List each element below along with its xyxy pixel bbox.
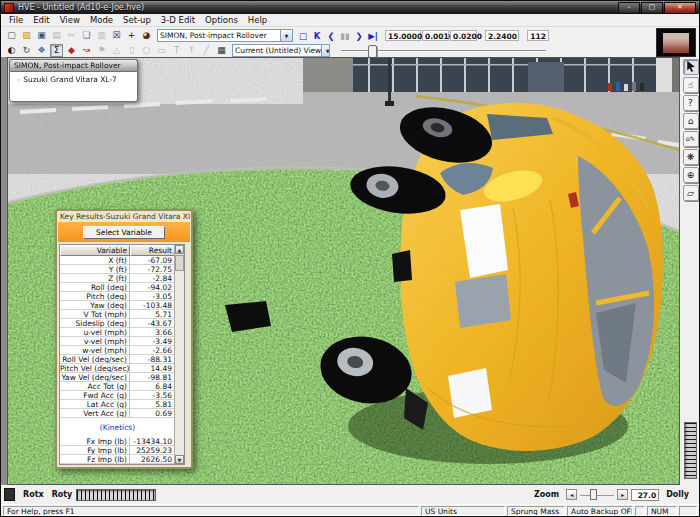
table-row[interactable]: v-vel (mph)-3.49 [60, 337, 184, 346]
menu-view[interactable]: View [55, 15, 85, 25]
step-forward-icon[interactable]: ❯ [352, 31, 366, 41]
delete-event-icon[interactable]: ☒ [110, 29, 123, 42]
minimize-button[interactable]: – [618, 2, 640, 14]
chevron-down-icon[interactable]: ▼ [321, 45, 330, 56]
seek-icon[interactable]: ⊕ [683, 167, 699, 183]
view-combo[interactable]: Current (Untitled) View ▼ [232, 44, 330, 57]
copy-icon[interactable]: ❏ [80, 29, 93, 42]
result-cell: -94.02 [130, 283, 175, 292]
menu-file[interactable]: File [4, 15, 28, 25]
rotx-label: Rotx [23, 490, 44, 499]
step-back-icon[interactable]: ❮ [324, 31, 338, 41]
zoom-slider-thumb[interactable] [590, 489, 597, 500]
zoom-slider[interactable] [580, 489, 614, 500]
table-row[interactable]: u-vel (mph)3.66 [60, 328, 184, 337]
close-button[interactable]: ✕ [664, 2, 696, 14]
table-row[interactable]: Fy Imp (lb)25259.23 [60, 446, 184, 455]
menu-mode[interactable]: Mode [85, 15, 118, 25]
viewing-hand-icon[interactable]: ☝ [683, 77, 699, 93]
result-cell: 14.49 [130, 364, 175, 373]
key-results-icon[interactable]: Σ [50, 44, 63, 57]
zoom-increase-button[interactable]: ▸ [617, 489, 628, 500]
menu-edit[interactable]: Edit [28, 15, 54, 25]
scroll-down-icon[interactable]: ▼ [175, 455, 184, 464]
table-row[interactable]: Fwd Acc (g)-3.56 [60, 391, 184, 400]
scrollbar-thumb[interactable] [175, 255, 184, 271]
window-title: HVE - Untitled (Ad10-e-Joe.hve) [18, 3, 144, 12]
add-event-icon[interactable]: + [125, 29, 138, 42]
scroll-up-icon[interactable]: ▲ [175, 245, 184, 254]
home-icon[interactable]: ⌂ [683, 113, 699, 129]
table-row[interactable]: Yaw Vel (deg/sec)-98.81 [60, 373, 184, 382]
table-row[interactable]: Y (ft)-72.75 [60, 265, 184, 274]
preview-image [663, 33, 689, 53]
go-first-icon[interactable]: K [310, 31, 324, 41]
preview-thumbnail[interactable] [656, 28, 696, 57]
dolly-thumbwheel[interactable] [684, 422, 697, 479]
table-row[interactable]: Sideslip (deg)-43.67 [60, 319, 184, 328]
chevron-down-icon[interactable]: ▼ [280, 30, 292, 41]
contrast-icon[interactable]: ◐ [5, 44, 18, 57]
open-icon[interactable]: ▨ [20, 29, 33, 42]
table-row[interactable]: Yaw (deg)-103.48 [60, 301, 184, 310]
tree-item-vehicle[interactable]: – Suzuki Grand Vitara XL-7 [17, 75, 117, 84]
rotate-view-icon[interactable]: ↻ [20, 44, 33, 57]
target-path-icon[interactable]: ↝ [80, 44, 93, 57]
results-scrollbar[interactable]: ▲ ▼ [174, 245, 184, 464]
measure-line-icon: ╱ [200, 44, 213, 57]
col-header-result[interactable]: Result [130, 245, 175, 256]
table-row[interactable]: Acc Tot (g)6.84 [60, 382, 184, 391]
maximize-button[interactable]: ▢ [641, 2, 663, 14]
zoom-decrease-button[interactable]: ◂ [566, 489, 577, 500]
table-row[interactable]: V Tot (mph)5.71 [60, 310, 184, 319]
save-icon[interactable]: ▣ [35, 29, 48, 42]
variable-cell: v-vel (mph) [60, 337, 130, 346]
velocity-vector-icon[interactable]: ◆ [65, 44, 78, 57]
menu-set-up[interactable]: Set-up [118, 15, 156, 25]
table-row[interactable]: Roll Vel (deg/sec)-88.31 [60, 355, 184, 364]
menu-options[interactable]: Options [200, 15, 243, 25]
set-home-icon[interactable]: ⌂✎ [683, 131, 699, 147]
view-all-icon[interactable]: ❋ [683, 149, 699, 165]
table-row[interactable]: Vert Acc (g)0.69 [60, 409, 184, 418]
table-row[interactable]: X (ft)-67.09 [60, 256, 184, 265]
new-icon[interactable]: ▢ [5, 29, 18, 42]
table-row[interactable]: Fx Imp (lb)-13434.10 [60, 437, 184, 446]
camera-window-icon[interactable]: ▦ [215, 44, 228, 57]
time-field-1[interactable]: 15.0000 [385, 30, 421, 41]
time-field-5[interactable]: 112 [527, 30, 549, 41]
variable-cell: X (ft) [60, 256, 130, 265]
select-variable-button[interactable]: Select Variable [83, 226, 165, 239]
table-row[interactable]: Fz Imp (lb)2626.50 [60, 455, 184, 464]
key-results-panel[interactable]: Key Results-Suzuki Grand Vitara XL-7 Sel… [55, 209, 193, 469]
table-row[interactable]: Pitch Vel (deg/sec)14.49 [60, 364, 184, 373]
go-last-icon[interactable]: ▶| [366, 31, 380, 41]
zoom-value-field[interactable]: 27.0 [631, 489, 659, 501]
col-header-variable[interactable]: Variable [60, 245, 130, 256]
help-icon[interactable]: ? [683, 95, 699, 111]
table-row[interactable]: Pitch (deg)-3.05 [60, 292, 184, 301]
result-cell: 3.66 [130, 328, 175, 337]
table-row[interactable]: Roll (deg)-94.02 [60, 283, 184, 292]
table-row[interactable]: Lat Acc (g)5.81 [60, 400, 184, 409]
event-combo[interactable]: SIMON, Post-impact Rollover ▼ [157, 29, 293, 42]
pick-arrow-icon[interactable] [683, 59, 699, 75]
viewport-3d[interactable]: SIMON, Post-impact Rollover – Suzuki Gra… [7, 57, 680, 485]
camera-type-icon[interactable]: ▱ [683, 185, 699, 201]
time-field-2[interactable]: 0.0010 [422, 30, 449, 41]
time-field-3[interactable]: 0.0200 [450, 30, 477, 41]
variable-cell: Fy Imp (lb) [60, 446, 130, 455]
rotation-thumbwheel[interactable] [76, 489, 156, 501]
menu-help[interactable]: Help [243, 15, 272, 25]
storefront-building [303, 58, 680, 106]
table-row[interactable]: w-vel (mph)-2.66 [60, 346, 184, 355]
event-combo-value: SIMON, Post-impact Rollover [160, 31, 267, 40]
title-bar[interactable]: HVE - Untitled (Ad10-e-Joe.hve) –▢✕ [1, 1, 699, 14]
event-mode-icon[interactable]: ◕ [140, 29, 153, 42]
menu-3-d-edit[interactable]: 3-D Edit [156, 15, 200, 25]
table-row[interactable]: Z (ft)-2.84 [60, 274, 184, 283]
time-field-4[interactable]: 2.2400 [485, 30, 519, 41]
render-options-icon[interactable]: ❖ [35, 44, 48, 57]
animation-slider[interactable] [341, 44, 546, 57]
stop-icon[interactable]: □ [296, 31, 310, 41]
